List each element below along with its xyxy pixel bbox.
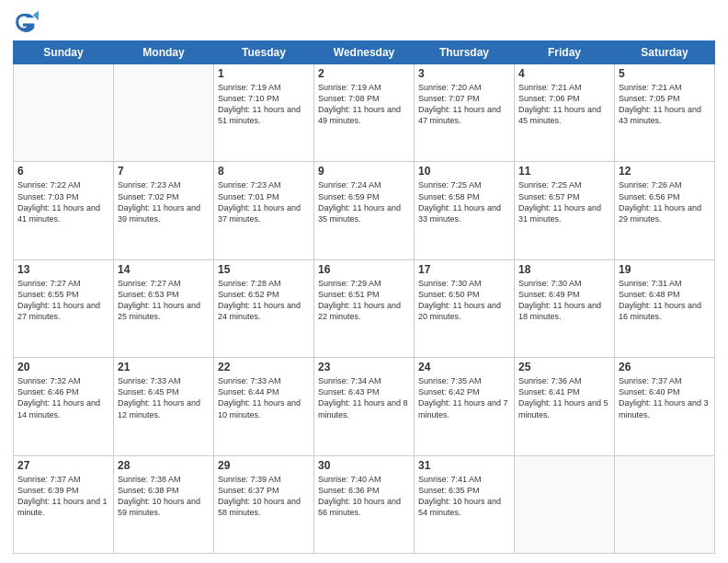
calendar-table: SundayMondayTuesdayWednesdayThursdayFrid…: [13, 40, 715, 554]
day-number: 21: [118, 361, 210, 373]
day-number: 6: [17, 165, 109, 178]
day-number: 10: [418, 165, 510, 178]
calendar-cell: 28Sunrise: 7:38 AMSunset: 6:38 PMDayligh…: [114, 455, 214, 553]
calendar-cell: 31Sunrise: 7:41 AMSunset: 6:35 PMDayligh…: [415, 455, 515, 553]
calendar-cell: 10Sunrise: 7:25 AMSunset: 6:58 PMDayligh…: [415, 162, 515, 259]
day-number: 14: [118, 263, 210, 276]
day-info: Sunrise: 7:26 AMSunset: 6:56 PMDaylight:…: [619, 179, 711, 224]
day-info: Sunrise: 7:30 AMSunset: 6:50 PMDaylight:…: [418, 278, 510, 323]
day-info: Sunrise: 7:21 AMSunset: 7:05 PMDaylight:…: [619, 82, 711, 127]
day-info: Sunrise: 7:37 AMSunset: 6:40 PMDaylight:…: [619, 375, 711, 420]
day-info: Sunrise: 7:40 AMSunset: 6:36 PMDaylight:…: [318, 474, 410, 519]
day-info: Sunrise: 7:29 AMSunset: 6:51 PMDaylight:…: [318, 278, 410, 323]
weekday-header-saturday: Saturday: [615, 41, 715, 64]
calendar-cell: 21Sunrise: 7:33 AMSunset: 6:45 PMDayligh…: [114, 358, 214, 455]
calendar-cell: 7Sunrise: 7:23 AMSunset: 7:02 PMDaylight…: [114, 162, 214, 259]
calendar-cell: 1Sunrise: 7:19 AMSunset: 7:10 PMDaylight…: [214, 64, 314, 162]
day-number: 18: [518, 263, 610, 276]
day-number: 15: [218, 263, 310, 276]
calendar-cell: 26Sunrise: 7:37 AMSunset: 6:40 PMDayligh…: [615, 358, 715, 455]
day-number: 11: [518, 165, 610, 178]
day-info: Sunrise: 7:31 AMSunset: 6:48 PMDaylight:…: [619, 278, 711, 323]
day-info: Sunrise: 7:23 AMSunset: 7:01 PMDaylight:…: [218, 179, 310, 224]
day-info: Sunrise: 7:23 AMSunset: 7:02 PMDaylight:…: [118, 179, 210, 224]
day-number: 19: [619, 263, 711, 276]
day-info: Sunrise: 7:19 AMSunset: 7:10 PMDaylight:…: [218, 82, 310, 127]
calendar-cell: 11Sunrise: 7:25 AMSunset: 6:57 PMDayligh…: [515, 162, 615, 259]
calendar-cell: 8Sunrise: 7:23 AMSunset: 7:01 PMDaylight…: [214, 162, 314, 259]
day-number: 1: [218, 67, 310, 80]
day-number: 12: [619, 165, 711, 178]
calendar-cell: 5Sunrise: 7:21 AMSunset: 7:05 PMDaylight…: [615, 64, 715, 162]
day-info: Sunrise: 7:36 AMSunset: 6:41 PMDaylight:…: [518, 375, 610, 420]
day-info: Sunrise: 7:20 AMSunset: 7:07 PMDaylight:…: [418, 82, 510, 127]
day-number: 5: [619, 67, 711, 80]
calendar-cell: 17Sunrise: 7:30 AMSunset: 6:50 PMDayligh…: [415, 259, 515, 357]
day-info: Sunrise: 7:25 AMSunset: 6:58 PMDaylight:…: [418, 179, 510, 224]
calendar-cell: 14Sunrise: 7:27 AMSunset: 6:53 PMDayligh…: [114, 259, 214, 357]
calendar-cell: 3Sunrise: 7:20 AMSunset: 7:07 PMDaylight…: [415, 64, 515, 162]
day-number: 3: [418, 67, 510, 80]
calendar-cell: [615, 455, 715, 553]
day-info: Sunrise: 7:34 AMSunset: 6:43 PMDaylight:…: [318, 375, 410, 420]
weekday-header-row: SundayMondayTuesdayWednesdayThursdayFrid…: [14, 41, 715, 64]
day-info: Sunrise: 7:32 AMSunset: 6:46 PMDaylight:…: [17, 375, 109, 420]
day-number: 17: [418, 263, 510, 276]
calendar-cell: [515, 455, 615, 553]
weekday-header-friday: Friday: [515, 41, 615, 64]
day-info: Sunrise: 7:41 AMSunset: 6:35 PMDaylight:…: [418, 474, 510, 519]
calendar-week-4: 20Sunrise: 7:32 AMSunset: 6:46 PMDayligh…: [14, 358, 715, 455]
day-number: 24: [418, 361, 510, 373]
day-info: Sunrise: 7:27 AMSunset: 6:53 PMDaylight:…: [118, 278, 210, 323]
day-number: 20: [17, 361, 109, 373]
day-info: Sunrise: 7:25 AMSunset: 6:57 PMDaylight:…: [518, 179, 610, 224]
calendar-cell: 23Sunrise: 7:34 AMSunset: 6:43 PMDayligh…: [314, 358, 415, 455]
day-info: Sunrise: 7:22 AMSunset: 7:03 PMDaylight:…: [17, 179, 109, 224]
day-number: 28: [118, 459, 210, 472]
calendar-cell: 2Sunrise: 7:19 AMSunset: 7:08 PMDaylight…: [314, 64, 415, 162]
day-number: 23: [318, 361, 410, 373]
day-number: 31: [418, 459, 510, 472]
calendar-cell: 18Sunrise: 7:30 AMSunset: 6:49 PMDayligh…: [515, 259, 615, 357]
day-info: Sunrise: 7:24 AMSunset: 6:59 PMDaylight:…: [318, 179, 410, 224]
calendar-cell: 24Sunrise: 7:35 AMSunset: 6:42 PMDayligh…: [415, 358, 515, 455]
calendar-cell: [114, 64, 214, 162]
logo-icon: [13, 9, 39, 35]
weekday-header-sunday: Sunday: [14, 41, 114, 64]
day-number: 9: [318, 165, 410, 178]
calendar-cell: 27Sunrise: 7:37 AMSunset: 6:39 PMDayligh…: [14, 455, 114, 553]
calendar-cell: 12Sunrise: 7:26 AMSunset: 6:56 PMDayligh…: [615, 162, 715, 259]
day-info: Sunrise: 7:39 AMSunset: 6:37 PMDaylight:…: [218, 474, 310, 519]
day-info: Sunrise: 7:33 AMSunset: 6:44 PMDaylight:…: [218, 375, 310, 420]
calendar-cell: 22Sunrise: 7:33 AMSunset: 6:44 PMDayligh…: [214, 358, 314, 455]
day-number: 13: [17, 263, 109, 276]
calendar-week-5: 27Sunrise: 7:37 AMSunset: 6:39 PMDayligh…: [14, 455, 715, 553]
calendar-cell: 30Sunrise: 7:40 AMSunset: 6:36 PMDayligh…: [314, 455, 415, 553]
calendar-cell: 9Sunrise: 7:24 AMSunset: 6:59 PMDaylight…: [314, 162, 415, 259]
calendar-cell: 15Sunrise: 7:28 AMSunset: 6:52 PMDayligh…: [214, 259, 314, 357]
day-number: 27: [17, 459, 109, 472]
page-header: [13, 9, 715, 35]
day-number: 26: [619, 361, 711, 373]
calendar-cell: 20Sunrise: 7:32 AMSunset: 6:46 PMDayligh…: [14, 358, 114, 455]
day-info: Sunrise: 7:38 AMSunset: 6:38 PMDaylight:…: [118, 474, 210, 519]
calendar-week-3: 13Sunrise: 7:27 AMSunset: 6:55 PMDayligh…: [14, 259, 715, 357]
day-info: Sunrise: 7:19 AMSunset: 7:08 PMDaylight:…: [318, 82, 410, 127]
weekday-header-tuesday: Tuesday: [214, 41, 314, 64]
calendar-cell: 29Sunrise: 7:39 AMSunset: 6:37 PMDayligh…: [214, 455, 314, 553]
calendar-cell: 16Sunrise: 7:29 AMSunset: 6:51 PMDayligh…: [314, 259, 415, 357]
calendar-cell: [14, 64, 114, 162]
day-info: Sunrise: 7:27 AMSunset: 6:55 PMDaylight:…: [17, 278, 109, 323]
day-number: 30: [318, 459, 410, 472]
day-info: Sunrise: 7:35 AMSunset: 6:42 PMDaylight:…: [418, 375, 510, 420]
day-number: 25: [518, 361, 610, 373]
calendar-cell: 6Sunrise: 7:22 AMSunset: 7:03 PMDaylight…: [14, 162, 114, 259]
weekday-header-thursday: Thursday: [415, 41, 515, 64]
day-info: Sunrise: 7:33 AMSunset: 6:45 PMDaylight:…: [118, 375, 210, 420]
calendar-cell: 19Sunrise: 7:31 AMSunset: 6:48 PMDayligh…: [615, 259, 715, 357]
day-number: 16: [318, 263, 410, 276]
day-number: 22: [218, 361, 310, 373]
weekday-header-wednesday: Wednesday: [314, 41, 415, 64]
calendar-cell: 13Sunrise: 7:27 AMSunset: 6:55 PMDayligh…: [14, 259, 114, 357]
day-info: Sunrise: 7:37 AMSunset: 6:39 PMDaylight:…: [17, 474, 109, 519]
